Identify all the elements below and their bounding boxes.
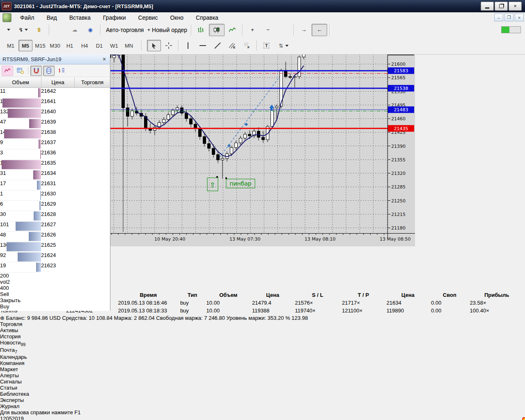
tick-chart-toggle-button[interactable] <box>2 66 13 76</box>
minimize-button[interactable] <box>481 2 494 11</box>
volume-view-button[interactable] <box>56 66 67 76</box>
depth-row-21636[interactable]: 321636 <box>0 149 110 160</box>
toolbox-tab-Алерты[interactable]: Алерты <box>0 372 525 379</box>
vertical-line-tool-button[interactable] <box>181 40 195 51</box>
auto-scroll-button[interactable]: → <box>296 24 312 36</box>
timeframe-mn[interactable]: MN <box>122 40 136 51</box>
new-chart-button[interactable] <box>0 24 16 36</box>
depth-view-button[interactable] <box>43 66 55 76</box>
depth-row-21624[interactable]: 9221624 <box>0 252 110 262</box>
menu-справка[interactable]: Справка <box>190 13 225 22</box>
zoom-out-button[interactable]: − <box>260 24 276 36</box>
column-header-9[interactable]: Своп <box>431 291 469 298</box>
chat-button[interactable] <box>483 24 499 36</box>
remove-sl-button[interactable]: × <box>312 308 316 314</box>
horizontal-line-tool-button[interactable] <box>196 40 210 51</box>
sell-button[interactable]: Sell <box>0 291 110 297</box>
column-header-3[interactable]: Тип <box>180 291 205 298</box>
timeframe-h1[interactable]: H1 <box>63 40 77 51</box>
column-header-8[interactable]: Цена <box>386 291 430 298</box>
cursor-tool-button[interactable] <box>147 40 161 51</box>
toolbox-tab-Журнал[interactable]: Журнал <box>0 403 525 409</box>
menu-файл[interactable]: Файл <box>14 13 40 22</box>
depth-row-21640[interactable]: 13221640 <box>0 108 110 119</box>
remove-position-button[interactable]: × <box>486 308 489 314</box>
menu-окно[interactable]: Окно <box>164 13 190 22</box>
profiles-button[interactable]: ↯ <box>16 24 31 36</box>
equidistant-channel-tool-button[interactable]: E <box>225 40 239 51</box>
market-depth-header[interactable]: RTSSRM9, SBRF-Jun19 × <box>0 54 110 64</box>
column-header-5[interactable]: Цена <box>252 291 294 298</box>
toolbox-tab-Библиотека[interactable]: Библиотека <box>0 391 525 397</box>
mql5-community-button[interactable] <box>51 24 67 36</box>
remove-position-button[interactable]: × <box>483 300 486 306</box>
depth-row-21625[interactable]: 13621625 <box>0 242 110 252</box>
toolbox-tab-Календарь[interactable]: Календарь <box>0 354 525 360</box>
sell-price-input[interactable]: 200 <box>0 273 18 279</box>
child-minimize-button[interactable]: – <box>494 14 503 21</box>
toolbox-tab-Почта[interactable]: Почта7 <box>0 347 525 354</box>
depth-row-21637[interactable]: 921637 <box>0 139 110 149</box>
toolbox-tab-Компания[interactable]: Компания <box>0 360 525 366</box>
close-position-button[interactable]: Закрыть <box>0 297 110 303</box>
column-volume[interactable]: Объем <box>0 77 41 87</box>
column-header-4[interactable]: Объем <box>206 291 251 298</box>
timeframe-m15[interactable]: M15 <box>33 40 47 51</box>
timeframe-m5[interactable]: M5 <box>18 40 32 51</box>
timeframe-w1[interactable]: W1 <box>107 40 121 51</box>
toolbox-tab-Сигналы[interactable]: Сигналы <box>0 379 525 385</box>
close-button[interactable]: × <box>509 2 522 11</box>
crosshair-tool-button[interactable] <box>162 40 176 51</box>
depth-row-21642[interactable]: 1121642 <box>0 88 110 98</box>
depth-row-21631[interactable]: 1721631 <box>0 180 110 190</box>
toolbox-tab-Новости[interactable]: Новости99 <box>0 340 525 347</box>
toolbox-tab-Статьи[interactable]: Статьи <box>0 385 525 391</box>
chart-shift-button[interactable]: ← <box>312 24 327 36</box>
menu-сервис[interactable]: Сервис <box>132 13 164 22</box>
signals-button[interactable]: ◉ <box>83 24 98 36</box>
new-order-button[interactable]: + Новый ордер <box>145 24 189 36</box>
depth-row-21641[interactable]: 15221641 <box>0 98 110 108</box>
depth-row-21629[interactable]: 621629 <box>0 201 110 211</box>
remove-tp-button[interactable]: × <box>357 300 360 306</box>
timeframe-h4[interactable]: H4 <box>78 40 92 51</box>
title-bar[interactable]: J2T 3021061 - Just2Trade-MT5: Демо-счет … <box>0 0 525 12</box>
remove-sl-button[interactable]: × <box>310 300 313 306</box>
volume-input[interactable]: vol2 <box>0 279 19 285</box>
menu-вставка[interactable]: Вставка <box>63 13 97 22</box>
toolbox-tab-Маркет[interactable]: Маркет <box>0 366 525 372</box>
column-header-7[interactable]: T / P <box>342 291 385 298</box>
trendline-tool-button[interactable] <box>211 40 225 51</box>
child-restore-button[interactable]: ❐ <box>504 14 514 21</box>
toolbox-tab-Активы[interactable]: Активы <box>0 327 525 333</box>
timeframe-m1[interactable]: M1 <box>4 40 18 51</box>
tile-windows-button[interactable] <box>276 24 291 36</box>
depth-row-21630[interactable]: 121630 <box>0 190 110 201</box>
text-tool-button[interactable]: T <box>259 40 273 51</box>
depth-row-21639[interactable]: 4721639 <box>0 119 110 129</box>
depth-row-21626[interactable]: 4821626 <box>0 232 110 242</box>
menu-графики[interactable]: Графики <box>97 13 132 22</box>
timeframe-m30[interactable]: M30 <box>48 40 62 51</box>
magnet-mode-button[interactable] <box>30 66 42 76</box>
menu-вид[interactable]: Вид <box>40 13 63 22</box>
toolbox-tab-История[interactable]: История <box>0 333 525 340</box>
toolbox-tab-Эксперты[interactable]: Эксперты <box>0 397 525 403</box>
column-header-6[interactable]: S / L <box>295 291 341 298</box>
line-chart-mode-button[interactable] <box>225 24 240 36</box>
toolbox-tab-Торговля[interactable]: Торговля <box>0 321 525 327</box>
column-header-2[interactable]: Время <box>118 291 179 298</box>
timeframe-d1[interactable]: D1 <box>92 40 106 51</box>
candlestick-mode-button[interactable] <box>209 24 225 36</box>
fibonacci-tool-button[interactable]: F <box>240 40 254 51</box>
virtual-hosting-button[interactable]: ☁ <box>67 24 83 36</box>
depth-row-21638[interactable]: 14621638 <box>0 129 110 139</box>
expand-icon[interactable]: ⊕ <box>0 315 5 321</box>
column-header-10[interactable]: Прибыль <box>470 291 524 298</box>
depth-row-21635[interactable]: 15621635 <box>0 160 110 170</box>
column-price[interactable]: Цена <box>41 77 75 87</box>
depth-row-21623[interactable]: 1921623 <box>0 262 110 273</box>
depth-row-21634[interactable]: 3121634 <box>0 170 110 180</box>
child-close-button[interactable]: × <box>515 14 524 21</box>
column-trade[interactable]: Торговля <box>75 77 110 87</box>
